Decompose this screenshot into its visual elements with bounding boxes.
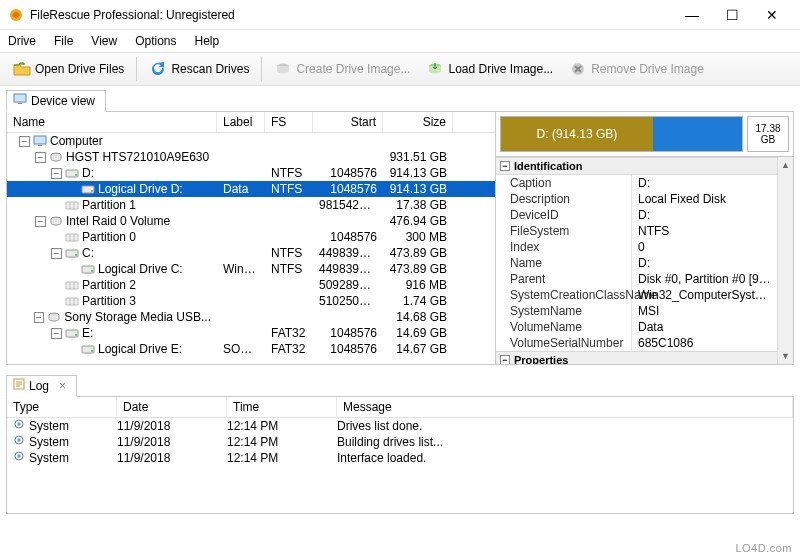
col-fs[interactable]: FS [265,112,313,132]
usage-side-box[interactable]: 17.38 GB [747,116,789,152]
menubar: Drive File View Options Help [0,30,800,52]
open-drive-files-button[interactable]: Open Drive Files [6,56,131,82]
property-row[interactable]: FileSystemNTFS [496,223,777,239]
close-button[interactable]: ✕ [752,1,792,29]
tree-expander-icon[interactable]: − [19,136,30,147]
menu-help[interactable]: Help [195,34,220,48]
rescan-drives-button[interactable]: Rescan Drives [142,56,256,82]
menu-file[interactable]: File [54,34,73,48]
collapse-icon[interactable]: − [500,355,510,364]
property-section-header[interactable]: −Properties [496,351,777,364]
maximize-button[interactable]: ☐ [712,1,752,29]
minimize-button[interactable]: — [672,1,712,29]
property-value: D: [632,255,777,271]
property-row[interactable]: Index0 [496,239,777,255]
property-row[interactable]: VolumeNameData [496,319,777,335]
tree-row[interactable]: Logical Drive C:Windo...NTFS449839104473… [7,261,495,277]
tree-row[interactable]: Logical Drive E:SONY...FAT32104857614.67… [7,341,495,357]
tab-device-view[interactable]: Device view [6,90,106,112]
menu-drive[interactable]: Drive [8,34,36,48]
partition-icon [65,279,79,291]
tree-cell-start: 1048576 [313,166,383,180]
drive-tree[interactable]: Name Label FS Start Size −Computer−HGST … [7,112,495,364]
col-name[interactable]: Name [7,112,217,132]
log-icon [13,378,25,393]
tab-log[interactable]: Log × [6,375,77,397]
collapse-icon[interactable]: − [500,161,510,171]
property-row[interactable]: VolumeSerialNumber685C1086 [496,335,777,351]
property-row[interactable]: SystemNameMSI [496,303,777,319]
log-time: 12:14 PM [227,418,337,434]
col-time[interactable]: Time [227,397,337,417]
monitor-icon [13,93,27,108]
tree-expander-icon[interactable]: − [51,328,62,339]
tree-row[interactable]: Partition 250928916...916 MB [7,277,495,293]
tree-row[interactable]: −HGST HTS721010A9E630931.51 GB [7,149,495,165]
tree-cell-fs: NTFS [265,182,313,196]
property-key: Parent [496,271,632,287]
disk-load-icon [426,60,444,78]
tree-row-name: Intel Raid 0 Volume [66,214,170,228]
log-column-header[interactable]: Type Date Time Message [7,397,793,418]
svg-point-29 [18,423,21,426]
property-row[interactable]: DeviceIDD: [496,207,777,223]
log-row[interactable]: System11/9/201812:14 PMInterface loaded. [7,450,793,466]
log-rows[interactable]: System11/9/201812:14 PMDrives list done.… [7,418,793,466]
gear-icon [13,450,25,466]
col-label[interactable]: Label [217,112,265,132]
col-date[interactable]: Date [117,397,227,417]
property-row[interactable]: NameD: [496,255,777,271]
log-row[interactable]: System11/9/201812:14 PMDrives list done. [7,418,793,434]
col-start[interactable]: Start [313,112,383,132]
property-key: SystemName [496,303,632,319]
menu-view[interactable]: View [91,34,117,48]
scrollbar[interactable]: ▲ ▼ [777,157,793,364]
tree-expander-icon[interactable]: − [35,216,46,227]
remove-drive-image-button[interactable]: Remove Drive Image [562,56,711,82]
property-row[interactable]: CaptionD: [496,175,777,191]
tree-row[interactable]: −Intel Raid 0 Volume476.94 GB [7,213,495,229]
log-time: 12:14 PM [227,450,337,466]
property-value: NTFS [632,223,777,239]
tree-expander-icon[interactable]: − [51,248,62,259]
tree-row[interactable]: Partition 198154263...17.38 GB [7,197,495,213]
tree-expander-icon[interactable]: − [34,312,44,323]
tree-expander-icon[interactable]: − [35,152,46,163]
property-row[interactable]: SystemCreationClassNameWin32_ComputerSys… [496,287,777,303]
tree-row[interactable]: Partition 351025071...1.74 GB [7,293,495,309]
disk-icon [49,215,63,227]
col-message[interactable]: Message [337,397,793,417]
svg-point-24 [75,334,77,336]
create-drive-image-button[interactable]: Create Drive Image... [267,56,417,82]
property-section-header[interactable]: −Identification [496,157,777,175]
partition-icon [65,295,79,307]
property-grid[interactable]: −IdentificationCaptionD:DescriptionLocal… [496,157,777,364]
tree-row[interactable]: Partition 01048576300 MB [7,229,495,245]
usage-bar[interactable]: D: (914.13 GB) [500,116,743,152]
close-tab-icon[interactable]: × [59,379,66,393]
tree-cell-size: 473.89 GB [383,246,453,260]
col-size[interactable]: Size [383,112,453,132]
tree-row[interactable]: −D:NTFS1048576914.13 GB [7,165,495,181]
tree-expander-icon[interactable]: − [51,168,62,179]
tree-cell-start: 449839104 [313,262,383,276]
usage-used-segment: D: (914.13 GB) [501,117,653,151]
property-row[interactable]: DescriptionLocal Fixed Disk [496,191,777,207]
tree-row[interactable]: −Sony Storage Media USB...14.68 GB [7,309,495,325]
property-value: Win32_ComputerSystem [632,287,777,303]
tree-row[interactable]: −Computer [7,133,495,149]
menu-options[interactable]: Options [135,34,176,48]
tree-cell-fs: FAT32 [265,342,313,356]
scroll-up-icon[interactable]: ▲ [778,157,793,173]
tree-row[interactable]: −E:FAT32104857614.69 GB [7,325,495,341]
col-type[interactable]: Type [7,397,117,417]
scroll-down-icon[interactable]: ▼ [778,348,793,364]
property-key: Index [496,239,632,255]
property-row[interactable]: ParentDisk #0, Partition #0 [98154158489… [496,271,777,287]
section-title: Identification [514,160,582,172]
tree-row[interactable]: −C:NTFS449839104473.89 GB [7,245,495,261]
log-row[interactable]: System11/9/201812:14 PMBuilding drives l… [7,434,793,450]
tree-row[interactable]: Logical Drive D:DataNTFS1048576914.13 GB [7,181,495,197]
tree-column-header[interactable]: Name Label FS Start Size [7,112,495,133]
load-drive-image-button[interactable]: Load Drive Image... [419,56,560,82]
